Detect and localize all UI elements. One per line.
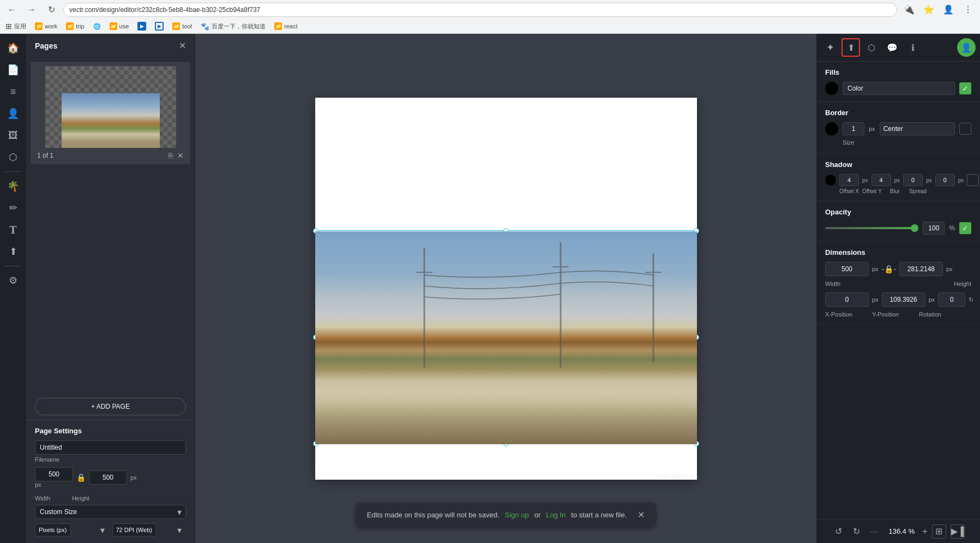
fit-button[interactable]: ⊞ [932, 524, 946, 539]
bookmark-apps[interactable]: ⊞ 应用 [5, 22, 26, 31]
reload-button[interactable]: ↻ [44, 2, 59, 17]
notification-close-button[interactable]: ✕ [638, 510, 645, 520]
canvas-area[interactable]: CSDN @MYG_G Edits made on this page will… [195, 34, 816, 543]
dim-width-input[interactable] [825, 262, 869, 276]
filename-input[interactable] [35, 440, 186, 455]
text-button[interactable]: T [3, 220, 23, 240]
comment-tool-button[interactable]: 💬 [883, 38, 901, 57]
right-panel: ✦ ⬆ ⬡ 💬 ℹ 👤 Fills Color ✓ Border [816, 34, 980, 543]
bookmark-work[interactable]: 📁 work [35, 22, 57, 30]
border-color-swatch[interactable] [825, 122, 838, 135]
bookmark-play2[interactable]: ▶ [155, 22, 164, 31]
bookmark-tool[interactable]: 📁 tool [172, 22, 192, 30]
bookmark-use[interactable]: 📁 use [110, 22, 129, 30]
page-info: 1 of 1 ⎘ ✕ [35, 151, 186, 160]
pen-button[interactable]: ✏ [3, 198, 23, 218]
shapes-button[interactable]: ⬡ [3, 147, 23, 167]
shadow-offset-y-input[interactable] [871, 174, 891, 186]
login-link[interactable]: Log In [546, 511, 566, 519]
style-tool-button[interactable]: ✦ [821, 38, 839, 57]
bookmark-play1[interactable]: ▶ [137, 22, 146, 31]
border-position-select[interactable]: Center [880, 122, 955, 135]
shadow-enable-button[interactable] [967, 174, 979, 186]
shadow-offset-x-input[interactable] [839, 174, 859, 186]
page-delete-button[interactable]: ✕ [177, 151, 184, 160]
dpi-select[interactable]: 72 DPI (Web) [112, 523, 157, 536]
images-button[interactable]: 🖼 [3, 126, 23, 145]
settings-button[interactable]: ⚙ [3, 271, 23, 290]
fill-color-swatch[interactable] [825, 82, 838, 95]
signup-link[interactable]: Sign up [505, 511, 529, 519]
page-thumbnail-1[interactable]: 1 of 1 ⎘ ✕ [31, 62, 190, 164]
opacity-slider[interactable] [825, 227, 918, 229]
shadow-blur-label: Blur [885, 188, 905, 194]
bookmark-globe[interactable]: 🌐 [93, 23, 101, 30]
notification-end: to start a new file. [571, 511, 627, 519]
dim-height-label: Height [928, 281, 971, 287]
height-input[interactable] [89, 470, 127, 485]
fill-enable-button[interactable]: ✓ [959, 82, 971, 94]
unit-select-wrapper: Pixels (px) [35, 523, 109, 536]
shadow-blur-input[interactable] [903, 174, 923, 186]
shadow-row: px px px px [825, 174, 971, 186]
panel-toggle-button[interactable]: ▶▐ [951, 524, 965, 539]
menu-button[interactable]: ⋮ [960, 2, 976, 17]
shadow-color-swatch[interactable] [825, 175, 836, 186]
home-button[interactable]: 🏠 [3, 38, 23, 58]
dim-lock-icon[interactable]: -🔒- [882, 265, 896, 273]
bookmark-trip[interactable]: 📁 trip [66, 22, 84, 30]
size-preset-select[interactable]: Custom Size [35, 505, 186, 519]
notification-text: Edits made on this page will not be save… [367, 511, 500, 519]
pages-button[interactable]: 📄 [3, 60, 23, 80]
aspect-lock-icon[interactable]: 🔒 [76, 473, 86, 482]
page-settings-panel: Page Settings Filename px 🔒 px [26, 420, 195, 543]
plugins-button[interactable]: 🌴 [3, 176, 23, 196]
left-panel: Pages ✕ 1 of 1 ⎘ ✕ + ADD PAGE [26, 34, 195, 543]
shadow-spread-input[interactable] [935, 174, 955, 186]
forward-button[interactable]: → [24, 2, 39, 17]
extensions-button[interactable]: 🔌 [901, 2, 917, 17]
zoom-in-button[interactable]: + [922, 527, 927, 536]
upload-tool-button[interactable]: ⬆ [841, 38, 860, 57]
dimensions-row: px 🔒 px [35, 467, 186, 488]
dim-height-input[interactable] [899, 262, 943, 276]
profile-button[interactable]: 👤 [941, 2, 956, 17]
bookmark-baidu[interactable]: 🐾 百度一下，你就知道 [201, 22, 266, 31]
opacity-enable-button[interactable]: ✓ [959, 222, 971, 234]
dim-x-input[interactable] [825, 293, 869, 307]
dim-y-unit: px [929, 296, 935, 303]
app-container: 🏠 📄 ≡ 👤 🖼 ⬡ 🌴 ✏ T ⬆ ⚙ Pages ✕ [0, 34, 980, 543]
address-bar[interactable]: vectr.com/design/editor/c232c8cb-5eb8-4b… [63, 3, 897, 17]
shadow-offset-x-label: Offset X [839, 188, 859, 194]
dim-y-input[interactable] [882, 293, 925, 307]
width-input[interactable] [35, 467, 73, 481]
unit-select[interactable]: Pixels (px) [35, 523, 71, 536]
bookmark-react[interactable]: 📁 react [274, 22, 297, 30]
border-size-input[interactable] [843, 122, 864, 135]
undo-button[interactable]: ↺ [832, 524, 845, 539]
border-size-label: Size [843, 139, 854, 146]
shadow-offset-x-unit: px [862, 177, 868, 183]
back-button[interactable]: ← [4, 2, 20, 17]
thumbnail-canvas [45, 66, 176, 148]
redo-button[interactable]: ↻ [850, 524, 863, 539]
dim-width-row: px -🔒- px [825, 262, 971, 276]
border-enable-button[interactable] [959, 123, 971, 135]
fill-type-select[interactable]: Color [843, 82, 955, 95]
assets-button[interactable]: 👤 [3, 104, 23, 123]
panel-close-button[interactable]: ✕ [179, 40, 186, 51]
opacity-input[interactable] [923, 222, 945, 235]
user-button[interactable]: 👤 [957, 38, 976, 57]
fill-row: Color ✓ [825, 82, 971, 95]
pages-list: 1 of 1 ⎘ ✕ [26, 57, 195, 393]
add-page-button[interactable]: + ADD PAGE [35, 398, 186, 415]
toolbar-separator-2 [5, 266, 21, 266]
page-copy-button[interactable]: ⎘ [169, 151, 173, 160]
dim-rotation-input[interactable] [938, 293, 965, 307]
info-tool-button[interactable]: ℹ [904, 38, 922, 57]
mask-tool-button[interactable]: ⬡ [862, 38, 881, 57]
bookmark-button[interactable]: ⭐ [921, 2, 936, 17]
upload-button[interactable]: ⬆ [3, 242, 23, 261]
layers-button[interactable]: ≡ [3, 82, 23, 102]
width-label: Width [35, 495, 50, 502]
